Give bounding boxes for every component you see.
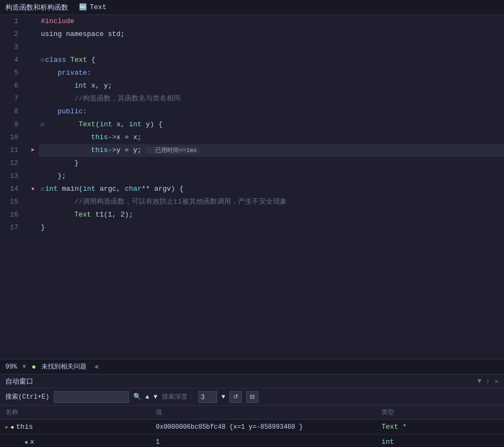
code-line-12: } — [39, 157, 504, 170]
line-num-5: 5 — [0, 67, 23, 80]
left-title: 构造函数和析构函数 — [5, 3, 68, 12]
line-indicator-6 — [27, 80, 39, 92]
line-indicator-7 — [27, 92, 39, 105]
code-line-5: private: — [39, 67, 504, 80]
code-line-8: public: — [39, 105, 504, 118]
code-line-3 — [39, 41, 504, 54]
text-icon: 🔤 — [79, 3, 87, 11]
code-line-1: #include — [39, 15, 504, 28]
code-line-7: //构造函数，其函数名与类名相同 — [39, 92, 504, 105]
var-row-this: ▶ ◆ this 0x0000006bc05bfc48 {x=1 y=-8589… — [0, 420, 504, 435]
search-icon: 🔍 — [133, 393, 141, 401]
code-line-4: ⊟class Text { — [39, 54, 504, 67]
line-indicator-2 — [27, 28, 39, 41]
var-name-label-this: this — [16, 423, 33, 431]
code-line-14: ⊟int main(int argc, char** argv) { — [39, 183, 504, 196]
code-line-17: } — [39, 221, 504, 234]
depth-label: 搜索深度： — [162, 392, 194, 401]
search-label: 搜索(Ctrl+E) — [5, 392, 49, 401]
code-line-10: this->x = x; — [39, 131, 504, 144]
code-line-16: Text t1(1, 2); — [39, 208, 504, 221]
zoom-level[interactable]: 99% — [5, 363, 17, 371]
col-name: 名称 — [0, 406, 150, 420]
line-num-4: 4 — [0, 54, 23, 67]
line-indicator-9 — [27, 118, 39, 131]
status-message: 未找到相关问题 — [41, 362, 87, 371]
code-line-13: }; — [39, 170, 504, 183]
var-name-cell-this: ▶ ◆ this — [0, 420, 150, 435]
col-value: 值 — [150, 406, 376, 420]
code-line-9: ⊟ Text(int x, int y) { — [39, 118, 504, 131]
var-value-cell-this: 0x0000006bc05bfc48 {x=1 y=-858993460 } — [150, 420, 376, 435]
search-toolbar: 搜索(Ctrl+E) 🔍 ▲ ▼ 搜索深度： ▼ ↺ ⊟ — [0, 388, 504, 406]
var-row-x: ◆ x 1int — [0, 435, 504, 448]
line-indicator-16 — [27, 208, 39, 221]
code-line-2: using namespace std; — [39, 28, 504, 41]
line-num-7: 7 — [0, 92, 23, 105]
code-lines: #include using namespace std; ⊟class Tex… — [39, 15, 504, 359]
panel-title: 自动窗口 — [5, 377, 33, 386]
line-num-15: 15 — [0, 196, 23, 208]
line-num-8: 8 — [0, 105, 23, 118]
line-indicator-1 — [27, 15, 39, 28]
col-type: 类型 — [376, 406, 504, 420]
search-down-btn[interactable]: ▼ — [154, 393, 157, 401]
code-line-6: int x, y; — [39, 80, 504, 92]
breakpoint-dot[interactable]: ● — [31, 183, 34, 196]
var-type-cell-x: int — [376, 435, 504, 448]
tooltip-inline: 已用时间<=1ms — [146, 147, 199, 154]
depth-input[interactable] — [198, 391, 217, 403]
line-indicator-5 — [27, 67, 39, 80]
line-indicators: ➤● — [27, 15, 39, 359]
code-line-11: this->y = y; 已用时间<=1ms — [39, 144, 504, 157]
var-icon-this: ◆ — [11, 424, 14, 430]
panel-dropdown-btn[interactable]: ▼ — [478, 377, 482, 385]
var-type-cell-this: Text * — [376, 420, 504, 435]
var-name-cell-x: ◆ x — [0, 435, 150, 448]
code-line-15: //调用构造函数，可以有效防止t1被其他函数调用，产生不安全现象 — [39, 196, 504, 208]
line-num-12: 12 — [0, 157, 23, 170]
line-indicator-8 — [27, 105, 39, 118]
vars-table: 名称 值 类型 ▶ ◆ this 0x0000006bc05bfc48 {x=1… — [0, 406, 504, 447]
line-num-13: 13 — [0, 170, 23, 183]
line-num-17: 17 — [0, 221, 23, 234]
line-indicator-15 — [27, 196, 39, 208]
depth-dropdown[interactable]: ▼ — [221, 393, 225, 401]
search-up-btn[interactable]: ▲ — [146, 393, 149, 401]
line-num-16: 16 — [0, 208, 23, 221]
line-indicator-11: ➤ — [27, 144, 39, 157]
line-indicator-14: ● — [27, 183, 39, 196]
line-num-14: 14 — [0, 183, 23, 196]
line-indicator-13 — [27, 170, 39, 183]
collapse-btn[interactable]: ⊟ — [246, 391, 258, 403]
line-num-11: 11 — [0, 144, 23, 157]
line-indicator-10 — [27, 131, 39, 144]
search-input[interactable] — [54, 391, 129, 403]
expand-arrow-this[interactable]: ▶ — [5, 424, 9, 430]
line-numbers-gutter: 1234567891011121314151617 — [0, 15, 27, 359]
scroll-arrow[interactable]: ◀ — [94, 363, 98, 371]
line-num-6: 6 — [0, 80, 23, 92]
line-num-9: 9 — [0, 118, 23, 131]
line-indicator-3 — [27, 41, 39, 54]
line-num-10: 10 — [0, 131, 23, 144]
editor: 1234567891011121314151617 ➤● #include us… — [0, 15, 504, 359]
right-title: Text — [90, 3, 106, 11]
panel-close-btn[interactable]: ✕ — [494, 377, 499, 386]
status-bar: 99% ▼ ● 未找到相关问题 ◀ — [0, 359, 504, 374]
title-bar: 构造函数和析构函数 🔤 Text — [0, 0, 504, 15]
panel-float-btn[interactable]: ↕ — [486, 377, 490, 385]
line-num-2: 2 — [0, 28, 23, 41]
line-indicator-4 — [27, 54, 39, 67]
var-name-label-x: x — [30, 438, 34, 446]
zoom-dropdown[interactable]: ▼ — [23, 363, 26, 371]
line-indicator-17 — [27, 221, 39, 234]
var-icon-x: ◆ — [25, 439, 28, 445]
auto-window-header: 自动窗口 ▼ ↕ ✕ — [0, 374, 504, 388]
line-num-1: 1 — [0, 15, 23, 28]
auto-window: 自动窗口 ▼ ↕ ✕ 搜索(Ctrl+E) 🔍 ▲ ▼ 搜索深度： ▼ ↺ ⊟ … — [0, 374, 504, 447]
refresh-btn[interactable]: ↺ — [229, 391, 242, 403]
status-dot: ● — [32, 363, 36, 371]
line-num-3: 3 — [0, 41, 23, 54]
current-line-arrow: ➤ — [31, 144, 35, 157]
